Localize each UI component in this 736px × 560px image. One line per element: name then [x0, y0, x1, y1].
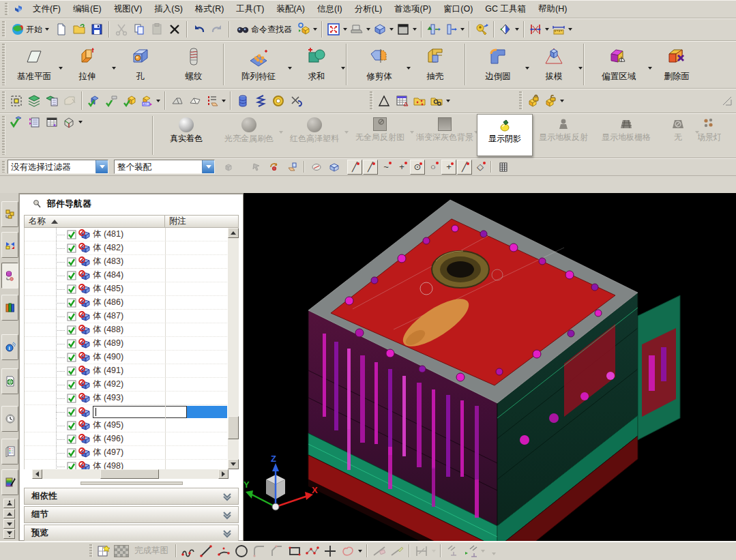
- checkbox-checked-icon[interactable]: [67, 339, 76, 349]
- point-set-button[interactable]: [411, 92, 428, 110]
- hand-tag-button[interactable]: [283, 158, 301, 176]
- clipped-toolbar-button[interactable]: [718, 92, 736, 110]
- metal-brush-button[interactable]: 光亮金属刷色: [216, 113, 282, 158]
- new-button[interactable]: [53, 20, 70, 38]
- checkbox-checked-icon[interactable]: [67, 271, 76, 280]
- arc-button[interactable]: [215, 542, 233, 560]
- tree-row[interactable]: 体 (492): [25, 378, 229, 392]
- panel-splitter[interactable]: [24, 480, 239, 486]
- snap-point-toggle[interactable]: +: [441, 160, 456, 175]
- annotation-button[interactable]: [61, 92, 78, 110]
- point-button[interactable]: [321, 542, 339, 560]
- unite-button[interactable]: 求和: [290, 41, 343, 88]
- open-button[interactable]: [70, 20, 88, 38]
- selection-filter-combo[interactable]: 没有选择过滤器: [8, 160, 108, 174]
- checkbox-checked-icon[interactable]: [67, 325, 76, 335]
- checkbox-checked-icon[interactable]: [67, 448, 76, 458]
- show-shadow-button[interactable]: 显示阴影: [477, 114, 533, 156]
- scroll-down-button[interactable]: [228, 459, 239, 469]
- snap-point-toggle[interactable]: ○: [426, 160, 441, 175]
- quick-trim-button[interactable]: [370, 542, 388, 560]
- show-shaded-button[interactable]: [308, 158, 325, 176]
- dropdown-caret[interactable]: [78, 121, 83, 123]
- dropdown-caret[interactable]: [45, 28, 49, 31]
- snap-point-toggle[interactable]: ╱: [347, 160, 362, 175]
- menu-item[interactable]: 视图(V): [108, 1, 149, 18]
- background-style-button[interactable]: [395, 20, 418, 38]
- shell-button[interactable]: 抽壳: [409, 41, 462, 88]
- scroll-thumb[interactable]: [228, 416, 239, 439]
- menu-item[interactable]: 分析(L): [349, 1, 388, 18]
- undo-button[interactable]: [190, 20, 208, 38]
- start-button[interactable]: 开始: [8, 20, 53, 38]
- menu-item[interactable]: 帮助(H): [532, 1, 573, 18]
- clip-list-button[interactable]: [25, 113, 43, 131]
- tree-row[interactable]: 体 (490): [25, 351, 229, 364]
- checkbox-checked-icon[interactable]: [67, 434, 76, 444]
- redo-button[interactable]: [208, 20, 226, 38]
- checkbox-checked-icon[interactable]: [67, 353, 76, 362]
- dropdown-caret[interactable]: [313, 28, 317, 31]
- tab-scroll-down-button[interactable]: [3, 519, 15, 529]
- washer-button[interactable]: [269, 92, 287, 110]
- rotate-point-button[interactable]: [265, 158, 283, 176]
- checkbox-checked-icon[interactable]: [67, 407, 76, 417]
- tree-row[interactable]: 体 (495): [25, 419, 229, 432]
- pin-icon[interactable]: [32, 199, 42, 209]
- lock-part-button[interactable]: [525, 92, 542, 110]
- edit-list-button[interactable]: [204, 92, 227, 110]
- expression-button[interactable]: ABC: [138, 92, 162, 110]
- floor-reflection-button[interactable]: 显示地板反射: [533, 113, 594, 158]
- distance-button[interactable]: [550, 20, 574, 38]
- chamfer-a-button[interactable]: [168, 92, 186, 110]
- measure-button[interactable]: [527, 20, 550, 38]
- thread-button[interactable]: 螺纹: [167, 41, 220, 88]
- tree-row[interactable]: 体 (493): [25, 392, 229, 405]
- tree-vertical-scrollbar[interactable]: [228, 228, 239, 469]
- delete-button[interactable]: [166, 20, 183, 38]
- true-shading-button[interactable]: 真实着色: [156, 113, 216, 158]
- tab-constraint-navigator[interactable]: [1, 232, 18, 258]
- checkbox-checked-icon[interactable]: [67, 244, 76, 253]
- tab-assembly-navigator[interactable]: [1, 201, 18, 227]
- toolbar-grip[interactable]: [89, 544, 93, 557]
- tab-part-navigator[interactable]: [1, 263, 18, 289]
- check-feature-button[interactable]: [103, 92, 121, 110]
- snap-point-toggle[interactable]: ╱: [457, 160, 472, 175]
- tab-scroll-bottom-button[interactable]: [3, 529, 15, 539]
- snap-point-toggle[interactable]: +: [394, 160, 409, 175]
- unlock-part-button[interactable]: [542, 92, 565, 110]
- dropdown-caret[interactable]: [432, 550, 436, 552]
- dropdown-caret[interactable]: [460, 28, 465, 31]
- section-dependencies[interactable]: 相依性: [24, 488, 239, 505]
- tab-reuse-library[interactable]: [1, 295, 18, 321]
- tree-row[interactable]: 体 (485): [25, 282, 229, 296]
- wave-link-button[interactable]: [85, 92, 103, 110]
- scroll-left-button[interactable]: [32, 469, 42, 479]
- update-feature-button[interactable]: [121, 92, 138, 110]
- sketch-update-button[interactable]: [113, 542, 130, 560]
- select-scope-button[interactable]: [8, 92, 25, 110]
- checkbox-checked-icon[interactable]: [67, 380, 76, 389]
- toolbar-grip[interactable]: [370, 91, 373, 110]
- tree-row[interactable]: 体 (498): [25, 460, 229, 469]
- verify-assembly-button[interactable]: [8, 113, 25, 131]
- draft-button[interactable]: 拔模: [527, 41, 580, 88]
- checkbox-checked-icon[interactable]: [67, 257, 76, 267]
- chamfer-button[interactable]: [268, 542, 286, 560]
- view-orient-button[interactable]: [372, 20, 395, 38]
- checkbox-checked-icon[interactable]: [67, 366, 76, 376]
- tree-row[interactable]: 体 (484): [25, 269, 229, 282]
- menu-item[interactable]: 首选项(P): [388, 1, 437, 18]
- scroll-thumb[interactable]: [100, 469, 159, 479]
- snap-point-toggle[interactable]: ◇: [473, 160, 488, 175]
- sheet-table-button[interactable]: [43, 113, 61, 131]
- chamfer-b-button[interactable]: [186, 92, 204, 110]
- tab-process-studio[interactable]: [1, 439, 18, 465]
- checkbox-checked-icon[interactable]: [67, 421, 76, 430]
- menu-item[interactable]: GC 工具箱: [479, 1, 532, 18]
- tree-row[interactable]: 体 (497): [25, 446, 229, 460]
- dropdown-caret[interactable]: [568, 28, 572, 31]
- highlight-assembly-button[interactable]: [220, 158, 238, 176]
- scroll-right-button[interactable]: [218, 469, 229, 479]
